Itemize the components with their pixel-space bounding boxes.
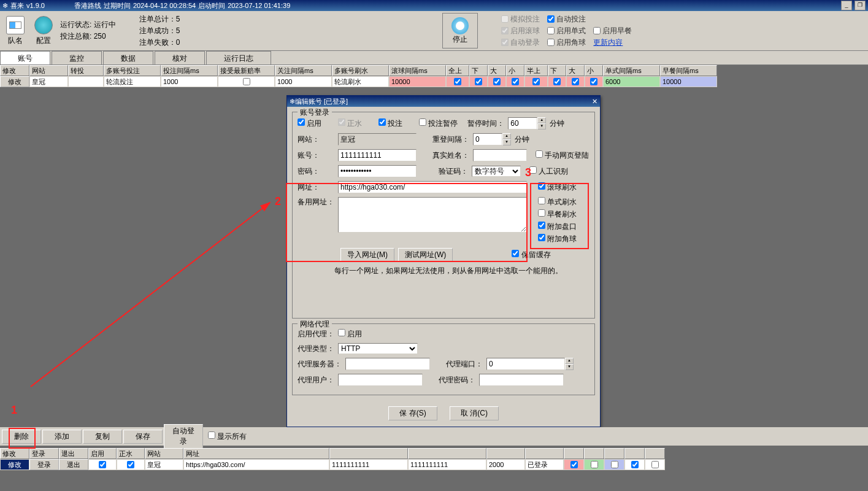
url-hint: 每行一个网址，如果网址无法使用，则从备用网址中选取一个能用的。 [334, 266, 590, 276]
chk-auto-bet[interactable]: 自动投注 [547, 14, 586, 25]
edit-button[interactable]: 修改 [0, 76, 29, 87]
add-button[interactable]: 添加 [42, 430, 82, 444]
proxy-pwd-field[interactable] [479, 374, 564, 386]
chk-corner[interactable]: 启用角球 [547, 37, 586, 48]
chk-keep-cache[interactable]: 保留缓存 [512, 250, 550, 260]
status-info: 运行状态: 运行中 投注总额: 250 [60, 20, 116, 42]
chk-proxy-enable[interactable]: 启用 [338, 329, 375, 339]
url-field[interactable] [338, 181, 527, 193]
relogin-spinner[interactable]: ▲▼ [473, 133, 511, 145]
svg-line-0 [31, 203, 270, 387]
chk-bet[interactable]: 投注 [378, 118, 415, 129]
update-link[interactable]: 更新内容 [593, 37, 632, 48]
save2-button[interactable]: 保存 [123, 430, 163, 444]
minimize-icon[interactable]: _ [841, 1, 852, 10]
tab-account[interactable]: 账号 [0, 51, 50, 64]
chk-pause[interactable]: 投注暂停 [419, 118, 458, 129]
chk-corner2[interactable]: 附加角球 [538, 234, 577, 244]
proxy-user-field[interactable] [338, 374, 423, 386]
password-field[interactable] [338, 165, 417, 177]
copy-button[interactable]: 复制 [83, 430, 122, 444]
table-row[interactable]: 修改 登录 退出 皇冠 https://hga030.com/ 11111111… [0, 459, 868, 470]
config-button[interactable]: 配置 [32, 15, 55, 47]
edit-account-dialog: ❄编辑账号 [已登录] ✕ 账号登录 启用 正水 投注 投注暂停 暂停时间： ▲… [286, 95, 601, 427]
proxy-server-field[interactable] [345, 358, 430, 370]
chk-enable[interactable]: 启用 [298, 118, 334, 129]
tab-monitor[interactable]: 监控 [52, 51, 102, 64]
backup-url-field[interactable] [338, 197, 527, 233]
login-button[interactable]: 登录 [29, 459, 59, 470]
cat-avatar-icon [451, 17, 469, 34]
tab-check[interactable]: 核对 [155, 51, 205, 64]
chk-roll: 启用滚球 [501, 26, 540, 36]
main-toolbar: 队名 配置 运行状态: 运行中 投注总额: 250 注单总计：5 注单成功：5 … [0, 11, 868, 51]
window-titlebar: ❄ 喜来 v1.9.0 香港路线 过期时间 2024-04-12 00:28:5… [0, 0, 868, 11]
dialog-titlebar: ❄编辑账号 [已登录] ✕ [287, 96, 600, 107]
close-icon[interactable]: ✕ [592, 98, 597, 106]
main-tabs: 账号 监控 数据 核对 运行日志 [0, 51, 868, 65]
account-field[interactable] [338, 149, 417, 161]
tab-log[interactable]: 运行日志 [206, 51, 271, 64]
gear-icon [34, 16, 53, 34]
chk-auto-login: 自动登录 [501, 37, 540, 48]
order-info: 注单总计：5 注单成功：5 注单失败：0 [139, 14, 180, 48]
save-button[interactable]: 保 存(S) [388, 406, 437, 420]
bottom-toolbar: 删除 添加 复制 保存 自动登录 显示所有 [0, 427, 868, 446]
chk-manual-login[interactable]: 手动网页登陆 [536, 150, 589, 161]
chk-pan[interactable]: 附加盘口 [538, 222, 577, 232]
annotation-1: 1 [11, 404, 17, 417]
table-row[interactable]: 修改 皇冠 轮流投注 1000 1000 轮流刷水 10000 6000 100… [0, 76, 868, 87]
chk-single-water[interactable]: 单式刷水 [538, 197, 577, 207]
chk-simulate: 模拟投注 [501, 14, 540, 25]
realname-field[interactable] [473, 149, 527, 161]
chk-single[interactable]: 启用单式 [547, 26, 586, 36]
chk-roll-water[interactable]: 滚球刷水 [538, 182, 577, 193]
proxy-port-spinner[interactable]: ▲▼ [486, 358, 574, 370]
captcha-select[interactable]: 数字符号 [472, 166, 521, 177]
chk-human[interactable]: 人工识别 [529, 166, 568, 177]
cancel-button[interactable]: 取 消(C) [450, 406, 499, 420]
proxy-type-select[interactable]: HTTP [338, 343, 418, 354]
chk-breakfast[interactable]: 启用早餐 [593, 26, 632, 36]
logout-button[interactable]: 退出 [59, 459, 88, 470]
team-button[interactable]: 队名 [4, 15, 27, 47]
chk-bf-water[interactable]: 早餐刷水 [538, 209, 577, 220]
account-grid: 修改 网站 转投 多账号投注 投注间隔ms 接受最新赔率 关注间隔ms 多账号刷… [0, 65, 868, 87]
stop-button[interactable]: 停止 [442, 13, 478, 48]
edit-button[interactable]: 修改 [0, 459, 29, 470]
annotation-3: 3 [525, 166, 531, 179]
site-field [338, 133, 417, 145]
autologin-button[interactable]: 自动登录 [164, 424, 203, 449]
pause-spinner[interactable]: ▲▼ [508, 117, 546, 130]
chk-water: 正水 [338, 118, 375, 129]
import-url-button[interactable]: 导入网址(M) [340, 248, 394, 262]
annotation-2: 2 [275, 195, 281, 208]
arrow-annotation [25, 98, 288, 393]
test-url-button[interactable]: 测试网址(W) [398, 248, 453, 262]
delete-button[interactable]: 删除 [2, 430, 41, 444]
tab-data[interactable]: 数据 [103, 51, 153, 64]
login-grid: 修改 登录 退出 启用 正水 网站 网址 修改 登录 退出 皇冠 https:/… [0, 448, 868, 470]
chk-show-all[interactable]: 显示所有 [208, 431, 247, 442]
maximize-icon[interactable]: ❐ [855, 1, 866, 10]
